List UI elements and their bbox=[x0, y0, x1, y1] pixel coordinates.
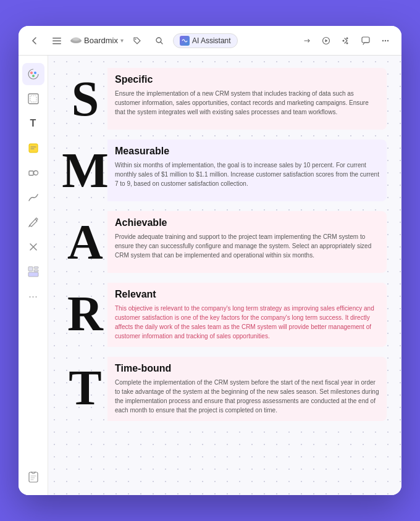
palette-tool[interactable] bbox=[22, 63, 44, 85]
smart-card-r: R Relevant This objective is relevant to… bbox=[63, 283, 387, 347]
smart-card-s: S Specific Ensure the implementation of … bbox=[63, 68, 387, 130]
letter-a: A bbox=[63, 211, 107, 273]
svg-point-5 bbox=[73, 37, 79, 40]
svg-point-11 bbox=[343, 40, 345, 41]
cross-tool[interactable] bbox=[22, 236, 44, 258]
pencil-tool[interactable] bbox=[22, 211, 44, 233]
svg-rect-22 bbox=[29, 144, 38, 152]
boardmix-label: Boardmix bbox=[84, 36, 118, 45]
smart-card-a: A Achievable Provide adequate training a… bbox=[63, 211, 387, 273]
svg-point-10 bbox=[346, 42, 348, 44]
card-content-s: Specific Ensure the implementation of a … bbox=[107, 68, 387, 130]
svg-point-13 bbox=[382, 40, 384, 41]
letter-r: R bbox=[63, 283, 107, 344]
card-content-r: Relevant This objective is relevant to t… bbox=[107, 283, 387, 347]
card-title-a: Achievable bbox=[115, 217, 379, 228]
svg-rect-26 bbox=[34, 267, 38, 269]
note-tool[interactable] bbox=[22, 137, 44, 159]
svg-rect-20 bbox=[28, 94, 38, 104]
toolbar-right bbox=[298, 32, 394, 49]
svg-point-15 bbox=[387, 40, 388, 41]
letter-s: S bbox=[63, 68, 107, 130]
search-button[interactable] bbox=[151, 32, 168, 49]
card-content-t: Time-bound Complete the implementation o… bbox=[107, 357, 387, 421]
card-title-t: Time-bound bbox=[115, 363, 379, 374]
more-tools[interactable]: ··· bbox=[22, 285, 44, 307]
share-button[interactable] bbox=[337, 32, 355, 49]
card-title-m: Measurable bbox=[115, 146, 379, 157]
svg-rect-1 bbox=[52, 40, 61, 41]
frame-tool[interactable] bbox=[22, 88, 44, 110]
svg-rect-23 bbox=[29, 171, 33, 175]
menu-button[interactable] bbox=[48, 32, 65, 49]
text-tool[interactable]: T bbox=[22, 112, 44, 135]
card-text-s: Ensure the implementation of a new CRM s… bbox=[115, 89, 379, 117]
svg-rect-12 bbox=[362, 37, 369, 43]
boardmix-logo[interactable]: Boardmix ▾ bbox=[70, 36, 124, 45]
main-content: T bbox=[19, 56, 401, 495]
template-tool[interactable] bbox=[22, 260, 44, 283]
card-text-m: Within six months of implementation, the… bbox=[115, 160, 379, 188]
svg-rect-27 bbox=[34, 270, 38, 272]
pen-tool[interactable] bbox=[22, 186, 44, 209]
ai-assistant-badge[interactable]: AI Assistant bbox=[173, 33, 238, 48]
card-content-m: Measurable Within six months of implemen… bbox=[107, 140, 387, 201]
svg-point-6 bbox=[135, 38, 136, 40]
shape-tool[interactable] bbox=[22, 162, 44, 184]
svg-point-14 bbox=[385, 40, 386, 41]
play-button[interactable] bbox=[317, 32, 335, 49]
card-content-a: Achievable Provide adequate training and… bbox=[107, 211, 387, 273]
svg-rect-28 bbox=[28, 272, 38, 277]
svg-rect-25 bbox=[28, 267, 33, 271]
card-title-r: Relevant bbox=[115, 289, 379, 300]
card-text-r: This objective is relevant to the compan… bbox=[115, 304, 379, 341]
comment-button[interactable] bbox=[357, 32, 374, 49]
ai-assistant-label: AI Assistant bbox=[192, 36, 231, 45]
canvas-area[interactable]: S Specific Ensure the implementation of … bbox=[48, 56, 401, 495]
back-button[interactable] bbox=[26, 32, 43, 49]
left-sidebar: T bbox=[19, 56, 48, 495]
browser-window: Boardmix ▾ AI Assistant bbox=[19, 26, 401, 495]
more-button[interactable] bbox=[377, 32, 394, 49]
svg-point-19 bbox=[31, 72, 32, 73]
letter-t: T bbox=[63, 357, 107, 419]
smart-card-m: M Measurable Within six months of implem… bbox=[63, 140, 387, 201]
clipboard-tool[interactable] bbox=[22, 465, 44, 488]
svg-rect-21 bbox=[30, 96, 36, 102]
svg-rect-2 bbox=[52, 43, 61, 44]
card-title-s: Specific bbox=[115, 74, 379, 85]
canvas-content: S Specific Ensure the implementation of … bbox=[48, 56, 401, 495]
card-text-a: Provide adequate training and support to… bbox=[115, 232, 379, 260]
smart-card-t: T Time-bound Complete the implementation… bbox=[63, 357, 387, 421]
svg-point-17 bbox=[34, 72, 36, 74]
svg-point-24 bbox=[33, 171, 38, 175]
card-text-t: Complete the implementation of the CRM s… bbox=[115, 378, 379, 415]
ai-icon bbox=[180, 36, 190, 46]
svg-rect-0 bbox=[52, 38, 61, 39]
svg-point-9 bbox=[346, 37, 348, 39]
expand-button[interactable] bbox=[298, 32, 315, 49]
svg-point-18 bbox=[32, 75, 35, 77]
letter-m: M bbox=[63, 140, 107, 201]
boardmix-dropdown-icon[interactable]: ▾ bbox=[120, 37, 124, 44]
tag-button[interactable] bbox=[128, 32, 146, 49]
browser-toolbar: Boardmix ▾ AI Assistant bbox=[19, 26, 401, 56]
